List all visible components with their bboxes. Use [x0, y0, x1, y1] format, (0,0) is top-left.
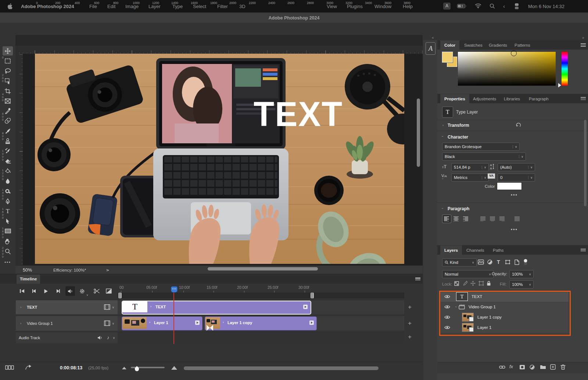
clip-layer1[interactable]: › Layer 1	[122, 316, 202, 330]
battery-icon[interactable]	[457, 3, 467, 9]
timeline-scrollbar[interactable]	[184, 366, 379, 370]
panel-foreground-color-swatch[interactable]	[442, 52, 453, 62]
justify-all-button[interactable]	[513, 215, 522, 223]
timeline-tab[interactable]: Timeline	[17, 275, 40, 284]
color-saturation-field[interactable]	[458, 52, 556, 86]
align-text-right-button[interactable]	[461, 215, 470, 223]
filmstrip-icon[interactable]	[104, 304, 110, 310]
clip-keyframe-badge[interactable]	[309, 320, 314, 325]
font-family-dropdown[interactable]: Brandon Grotesque ∨	[442, 143, 520, 151]
zoom-level[interactable]: 50%	[23, 268, 32, 273]
zoom-out-timeline-icon[interactable]	[122, 367, 126, 369]
control-center-icon[interactable]	[514, 3, 520, 10]
tab-swatches[interactable]: Swatches	[460, 40, 487, 50]
edit-toolbar-icon[interactable]: •••	[3, 257, 13, 266]
add-audio-button[interactable]: +	[408, 333, 412, 341]
hue-slider[interactable]	[562, 52, 568, 86]
new-adjustment-layer-icon[interactable]	[530, 365, 535, 370]
font-size-field[interactable]: 514,84 p ∨	[451, 163, 489, 171]
filter-smart-objects-icon[interactable]	[514, 259, 519, 265]
expand-dock-icon[interactable]: »	[582, 36, 584, 40]
menubar-clock[interactable]: Mon 6 Nov 14:32	[528, 4, 564, 9]
color-field-cursor[interactable]	[511, 50, 517, 56]
canvas-text-layer[interactable]: TEXT	[254, 94, 364, 134]
menu-3d[interactable]: 3D	[239, 4, 245, 9]
character-more-icon[interactable]: •••	[511, 193, 518, 198]
properties-panel-menu-icon[interactable]	[581, 97, 586, 100]
add-media-button[interactable]: +	[408, 320, 412, 327]
align-text-left-button[interactable]	[442, 215, 451, 223]
character-disclosure-icon[interactable]: ›	[441, 136, 444, 137]
tab-paths[interactable]: Paths	[489, 245, 508, 255]
clip-text[interactable]: T › TEXT	[122, 301, 311, 315]
text-color-swatch[interactable]	[497, 182, 522, 190]
chevron-left-icon[interactable]: ‹	[503, 3, 505, 9]
filter-pixel-layers-icon[interactable]	[478, 259, 484, 265]
lock-pixels-icon[interactable]	[462, 281, 467, 286]
canvas-vertical-scrollbar[interactable]	[417, 98, 420, 167]
opacity-field[interactable]: 100% ∨	[509, 270, 534, 278]
add-layer-mask-icon[interactable]	[519, 365, 525, 370]
clip-layer1-copy[interactable]: › Layer 1 copy	[205, 316, 317, 330]
filter-shape-layers-icon[interactable]	[505, 259, 510, 265]
add-media-button[interactable]: +	[408, 304, 412, 311]
status-options-chevron-icon[interactable]: ∨	[105, 269, 110, 272]
tab-libraries[interactable]: Libraries	[500, 94, 524, 103]
lock-artboard-icon[interactable]	[478, 281, 484, 286]
move-tool[interactable]	[3, 46, 13, 55]
tab-channels[interactable]: Channels	[462, 245, 488, 255]
transition-icon[interactable]	[104, 286, 114, 296]
previous-frame-button[interactable]	[29, 286, 39, 296]
kerning-field[interactable]: Metrics ∨	[451, 173, 489, 182]
tab-paragraph[interactable]: Paragraph	[525, 94, 553, 103]
tab-properties[interactable]: Properties	[440, 94, 469, 103]
clip-transition-icon[interactable]	[205, 324, 214, 331]
canvas-horizontal-scrollbar[interactable]	[208, 267, 318, 270]
clip-keyframe-badge[interactable]	[303, 305, 308, 309]
align-text-center-button[interactable]	[452, 215, 461, 223]
delete-layer-icon[interactable]	[560, 364, 566, 370]
reset-transform-icon[interactable]	[516, 122, 521, 128]
tab-layers[interactable]: Layers	[440, 245, 462, 255]
work-area-start-handle[interactable]	[118, 293, 122, 298]
play-button[interactable]	[41, 286, 51, 296]
layers-panel-menu-icon[interactable]	[581, 248, 586, 252]
work-area-end-handle[interactable]	[311, 293, 314, 298]
filter-adjustment-layers-icon[interactable]	[487, 259, 492, 265]
properties-scrollbar[interactable]	[584, 120, 587, 206]
spotlight-search-icon[interactable]	[490, 3, 495, 9]
menubar-app-name[interactable]: Adobe Photoshop 2024	[21, 4, 74, 9]
link-layers-icon[interactable]	[499, 365, 505, 369]
track-header-audio[interactable]: Audio Track ♪ ∨	[16, 332, 118, 343]
collapse-dock-icon[interactable]: «	[432, 36, 434, 40]
filmstrip-icon[interactable]	[104, 320, 110, 326]
lock-all-icon[interactable]	[487, 281, 491, 286]
track-header-text[interactable]: › TEXT ∨	[16, 300, 118, 314]
paragraph-more-icon[interactable]: •••	[511, 227, 518, 232]
track-header-video-group[interactable]: › Video Group 1 ∨	[16, 316, 118, 331]
leading-field[interactable]: (Auto) ∨	[498, 163, 535, 171]
timeline-menu-icon[interactable]	[415, 277, 420, 281]
timecode-display[interactable]: 0:00:08:13	[60, 365, 82, 370]
justify-last-left-button[interactable]	[478, 215, 488, 223]
go-to-start-button[interactable]	[17, 286, 27, 296]
blend-mode-dropdown[interactable]: Normal ∨	[442, 270, 494, 278]
frame-thumbnails-icon[interactable]	[5, 365, 14, 370]
music-note-icon[interactable]: ♪	[107, 335, 110, 340]
layer-filter-dropdown[interactable]: Kind ∨	[442, 258, 477, 266]
hue-slider-handle[interactable]	[558, 83, 561, 87]
lock-transparent-icon[interactable]	[454, 281, 459, 286]
transform-disclosure-icon[interactable]: ›	[442, 123, 444, 127]
split-at-playhead-icon[interactable]	[92, 286, 101, 296]
menu-filter[interactable]: Filter	[217, 4, 228, 9]
justify-last-right-button[interactable]	[498, 215, 507, 223]
clip-keyframe-badge[interactable]	[195, 320, 200, 325]
fill-field[interactable]: 100% ∨	[509, 280, 534, 288]
character-panel-icon[interactable]: A	[426, 42, 435, 55]
tracking-field[interactable]: 0 ∨	[498, 173, 535, 182]
zoom-in-timeline-icon[interactable]	[171, 366, 177, 370]
timeline-settings-gear-icon[interactable]: ∨	[77, 286, 87, 296]
tab-gradients[interactable]: Gradients	[485, 40, 511, 50]
render-export-icon[interactable]	[25, 364, 32, 370]
speaker-icon[interactable]	[97, 336, 103, 340]
